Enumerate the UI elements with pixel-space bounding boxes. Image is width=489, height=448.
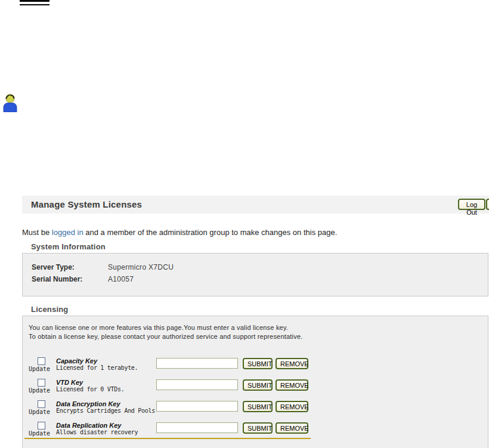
login-notice: Must be logged in and a member of the ad… [22, 228, 475, 237]
key-input-cell [156, 378, 243, 390]
page-title: Manage System Licenses [31, 199, 142, 209]
key-info: VTD Key Licensed for 0 VTDs. [56, 378, 156, 393]
license-row-capacity-key: Update Capacity Key Licensed for 1 terab… [29, 356, 311, 378]
licensing-intro-line1: You can license one or more features via… [29, 323, 302, 332]
key-description: Encrypts Cartridges And Pools [56, 407, 156, 414]
update-label: Update [29, 409, 50, 415]
licensing-intro-line2: To obtain a license key, please contact … [29, 332, 302, 341]
data-encryption-key-update-checkbox[interactable] [38, 400, 45, 408]
serial-number-label: Serial Number: [32, 275, 108, 283]
key-input-cell [156, 421, 243, 433]
key-description: Licensed for 1 terabyte. [56, 364, 156, 371]
notice-prefix: Must be [22, 228, 52, 237]
capacity-key-submit-button[interactable]: SUBMIT [243, 358, 273, 369]
key-name: Data Encryption Key [56, 399, 156, 407]
logged-in-link[interactable]: logged in [52, 228, 83, 237]
key-name: VTD Key [56, 378, 156, 386]
data-encryption-key-remove-button[interactable]: REMOVE [276, 401, 308, 412]
update-label: Update [29, 430, 50, 437]
system-information-heading: System Information [31, 242, 106, 251]
capacity-key-input[interactable] [156, 358, 238, 369]
key-input-cell [156, 356, 243, 369]
serial-number-row: Serial Number: A10057 [32, 273, 174, 285]
menu-lines-icon [20, 0, 49, 6]
licensing-intro: You can license one or more features via… [29, 323, 302, 341]
capacity-key-remove-button[interactable]: REMOVE [276, 358, 308, 369]
license-row-vtd-key: Update VTD Key Licensed for 0 VTDs. SUBM… [29, 378, 311, 399]
update-cell: Update [29, 378, 56, 399]
vtd-key-input[interactable] [156, 379, 238, 390]
licensing-heading: Licensing [31, 305, 68, 314]
vtd-key-update-checkbox[interactable] [38, 379, 45, 387]
vtd-key-submit-button[interactable]: SUBMIT [243, 379, 273, 391]
data-replication-key-remove-button[interactable]: REMOVE [276, 422, 308, 434]
update-cell: Update [29, 356, 56, 378]
system-information-panel: Server Type: Supermicro X7DCU Serial Num… [22, 253, 488, 296]
data-encryption-key-input[interactable] [156, 401, 238, 412]
key-name: Data Replication Key [56, 421, 156, 429]
data-replication-key-submit-button[interactable]: SUBMIT [243, 422, 273, 434]
notice-suffix: and a member of the administration group… [83, 228, 338, 237]
menu-line-bottom [20, 4, 49, 5]
licensing-panel: You can license one or more features via… [22, 316, 488, 448]
page: Manage System Licenses Log Out Must be l… [0, 0, 489, 448]
license-row-data-encryption-key: Update Data Encryption Key Encrypts Cart… [29, 399, 311, 421]
data-replication-key-update-checkbox[interactable] [38, 422, 45, 430]
key-info: Data Replication Key Allows disaster rec… [56, 421, 156, 435]
vtd-key-remove-button[interactable]: REMOVE [276, 379, 308, 391]
key-description: Allows disaster recovery [56, 429, 156, 435]
key-description: Licensed for 0 VTDs. [56, 386, 156, 393]
update-label: Update [29, 366, 50, 372]
key-input-cell [156, 399, 243, 412]
update-cell: Update [29, 399, 56, 421]
key-name: Capacity Key [56, 356, 156, 364]
menu-line-top [20, 0, 49, 2]
title-bar: Manage System Licenses Log Out [22, 196, 489, 214]
capacity-key-update-checkbox[interactable] [38, 357, 45, 365]
server-type-value: Supermicro X7DCU [108, 263, 174, 271]
gold-divider [24, 438, 311, 439]
server-type-label: Server Type: [32, 263, 108, 271]
clipped-button[interactable] [486, 199, 489, 210]
key-info: Capacity Key Licensed for 1 terabyte. [56, 356, 156, 371]
data-encryption-key-submit-button[interactable]: SUBMIT [243, 401, 273, 412]
log-out-button[interactable]: Log Out [458, 199, 485, 210]
user-icon[interactable] [2, 92, 18, 112]
system-information-fields: Server Type: Supermicro X7DCU Serial Num… [32, 261, 174, 285]
server-type-row: Server Type: Supermicro X7DCU [32, 261, 174, 273]
update-label: Update [29, 387, 50, 394]
serial-number-value: A10057 [108, 275, 134, 283]
data-replication-key-input[interactable] [156, 422, 238, 433]
license-rows: Update Capacity Key Licensed for 1 terab… [29, 356, 311, 442]
key-info: Data Encryption Key Encrypts Cartridges … [56, 399, 156, 414]
